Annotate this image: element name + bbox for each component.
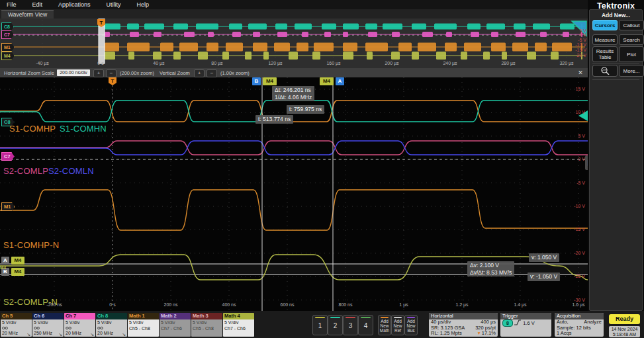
probe-icon — [97, 326, 103, 330]
probe-icon — [66, 326, 71, 330]
badge-vdiv: 5 V/div — [129, 320, 158, 326]
bandwidth-limit-icon: ↘ — [122, 332, 126, 337]
slot-color-stripe — [330, 317, 340, 318]
horizontal-panel[interactable]: Horizontal 40 µs/div400 µs SR: 3.125 GSA… — [429, 313, 498, 337]
vertical-zoom-label: Vertical Zoom — [160, 70, 190, 76]
badge-body: 5 V/divCh5 - Ch8 — [191, 319, 222, 337]
main-y-tick: -10 V — [567, 204, 585, 208]
cursor-b-time-readout: t: 513.774 ns — [255, 115, 293, 124]
channel-badge-6[interactable]: Ch 65 V/div250 MHz↘ — [32, 313, 64, 337]
h-zoom-minus-button[interactable]: − — [106, 69, 116, 77]
probe-icon-row — [66, 326, 94, 331]
menu-item-utility[interactable]: Utility — [107, 1, 121, 8]
main-y-tick: -20 V — [567, 251, 585, 255]
cursor-b-badge[interactable]: B — [252, 77, 261, 85]
badge-body: 5 V/div20 MHz↘ — [1, 319, 32, 337]
main-x-tick: 0 s — [98, 302, 127, 307]
cursor-a-badge[interactable]: A — [336, 77, 344, 85]
overview-x-tick: 40 µs — [144, 61, 173, 65]
overview-y-tick: -10 V — [568, 42, 586, 47]
slot-color-stripe — [315, 317, 325, 318]
math-badge-2[interactable]: Math 25 V/divCh7 - Ch6 — [160, 313, 191, 337]
more--button[interactable]: More... — [619, 65, 644, 77]
cursor-b-m4-badge[interactable]: M4 — [263, 77, 277, 85]
date-value: 14 Nov 2024 — [609, 327, 640, 332]
add-new-ref-button[interactable]: AddNewRef — [391, 315, 404, 335]
add-new-math-button[interactable]: AddNewMath — [378, 315, 391, 335]
overview-x-tick: 160 µs — [319, 61, 348, 65]
hcursor-a-m4-badge[interactable]: M4 — [11, 257, 24, 265]
main-y-tick: 0 V — [567, 157, 585, 161]
zoom-plot-icon-button[interactable] — [592, 65, 618, 77]
bottom-bar: Horizontal 40 µs/div400 µs SR: 3.125 GSA… — [0, 311, 644, 338]
math-badge-3[interactable]: Math 35 V/divCh5 - Ch8 — [191, 313, 222, 337]
channel-badge-5[interactable]: Ch 55 V/div20 MHz↘ — [1, 313, 32, 337]
menu-item-file[interactable]: File — [7, 1, 17, 8]
trace-s2-comln — [0, 141, 588, 155]
slot-number: 3 — [344, 322, 357, 329]
horizontal-zoom-scale-label: Horizontal Zoom Scale — [4, 70, 54, 76]
tab-waveform-view[interactable]: Waveform View — [1, 10, 54, 19]
time-value: 5:18:48 AM — [609, 332, 640, 337]
add-new-panel: Add New... CursorsCalloutMeasureSearchRe… — [589, 9, 643, 311]
acquisition-panel[interactable]: Acquisition Auto,Analyze Sample: 12 bits… — [555, 313, 604, 337]
waveform-slot-button-3[interactable]: 3 — [343, 315, 358, 335]
compression-icon: ▾ — [478, 330, 481, 336]
menu-item-edit[interactable]: Edit — [32, 1, 43, 8]
badge-header: Math 1 — [128, 313, 159, 319]
badge-header: Math 2 — [160, 313, 191, 319]
overview-x-tick: 120 µs — [261, 61, 290, 65]
main-y-tick: -15 V — [567, 227, 585, 232]
cursor-va-readout: v: 1.050 V — [529, 253, 559, 262]
bandwidth-limit-icon: ↘ — [90, 332, 94, 337]
add-color-stripe — [407, 317, 415, 318]
trigger-level-value: 1.6 V — [523, 320, 535, 326]
zoom-toolbar: Horizontal Zoom Scale 200.00 ns/div + − … — [0, 68, 588, 77]
sidebar-separator — [592, 79, 639, 80]
results-table-button[interactable]: Results Table — [592, 46, 618, 62]
h-record-length: RL: 1.25 Mpts — [431, 330, 462, 336]
badge-body: 5 V/div20 MHz↘ — [96, 319, 127, 337]
cursor-delta-v-readout: Δv: 2.100 V Δv/Δt: 8.53 MV/s — [467, 261, 514, 276]
v-zoom-plus-button[interactable]: + — [194, 69, 205, 77]
main-x-tick: 200 ns — [156, 302, 185, 307]
close-zoom-view-icon[interactable]: ✕ — [576, 69, 585, 77]
magnifier-chart-icon — [600, 67, 610, 75]
acq-mode: Auto, — [557, 319, 569, 325]
badge-body: 5 V/divCh7 - Ch6 — [160, 319, 191, 337]
callout-button[interactable]: Callout — [619, 20, 644, 30]
menu-item-help[interactable]: Help — [137, 1, 150, 8]
h-zoom-plus-button[interactable]: + — [93, 69, 104, 77]
m4-left-edge-marker: M4 — [0, 265, 6, 270]
math-badge-1[interactable]: Math 15 V/divCh5 - Ch8 — [128, 313, 159, 337]
cursors-button[interactable]: Cursors — [592, 20, 618, 30]
waveform-slot-button-1[interactable]: 1 — [312, 315, 328, 335]
overview-plot[interactable]: C8C7M1M4T-40 µs0 s40 µs80 µs120 µs160 µs… — [0, 19, 588, 68]
horizontal-zoom-scale-value[interactable]: 200.00 ns/div — [57, 69, 90, 76]
badge-body: 5 V/divCh5 - Ch8 — [128, 319, 159, 337]
math-badge-4[interactable]: Math 45 V/divCh7 - Ch6 — [223, 313, 254, 337]
waveform-slot-button-4[interactable]: 4 — [358, 315, 373, 335]
search-button[interactable]: Search — [619, 34, 644, 45]
channel-badge-8[interactable]: Ch 85 V/div20 MHz↘ — [96, 313, 127, 337]
trigger-panel[interactable]: Trigger 8 1.6 V — [500, 313, 551, 337]
measure-button[interactable]: Measure — [592, 34, 618, 45]
badge-body: 5 V/divCh7 - Ch6 — [223, 319, 254, 337]
hcursor-b-m4-badge[interactable]: M4 — [11, 268, 24, 276]
add-new-label: Add New... — [590, 12, 642, 19]
trigger-panel-title: Trigger — [500, 313, 551, 319]
plot-button[interactable]: Plot — [619, 46, 644, 62]
main-y-tick: 10 V — [567, 110, 585, 114]
menu-bar: FileEditApplicationsUtilityHelp — [0, 0, 644, 9]
channel-badge-7[interactable]: Ch 75 V/div20 MHz↘ — [64, 313, 95, 337]
h-zoom-factor: (200.00x zoom) — [120, 70, 154, 76]
hcursor-a-badge[interactable]: A — [1, 257, 9, 265]
main-waveform-plot[interactable]: T B M4 M4 A C8 S1-COMHP S1-COMHN C7 S2-C… — [0, 77, 588, 311]
cursor-delta-readout: Δt: 246.201 ns 1/Δt: 4.06 MHz — [272, 86, 314, 101]
v-zoom-minus-button[interactable]: − — [207, 69, 217, 77]
menu-item-applications[interactable]: Applications — [58, 1, 91, 8]
cursor-a-m4-badge[interactable]: M4 — [320, 77, 334, 85]
badge-vdiv: 5 V/div — [34, 320, 62, 326]
waveform-slot-button-2[interactable]: 2 — [328, 315, 343, 335]
add-new-bus-button[interactable]: AddNewBus — [404, 315, 418, 335]
